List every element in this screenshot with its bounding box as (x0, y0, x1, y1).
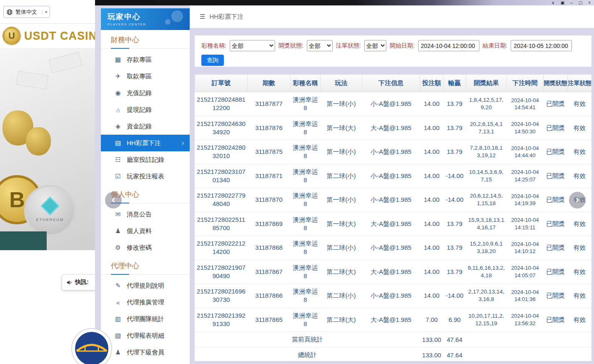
query-button[interactable]: 查詢 (201, 55, 224, 66)
sidebar-item[interactable]: ✈取款專區 (101, 68, 190, 85)
cell-lottery: 澳洲幸运8 (291, 236, 321, 260)
start-date-input[interactable] (418, 40, 479, 51)
sidebar-item[interactable]: ⌂提現記錄 (101, 101, 190, 118)
cell-play: 第二球(大) (321, 308, 362, 332)
menu-toggle-icon[interactable]: ☰ (200, 13, 205, 20)
grand-total-bet: 133.00 (420, 347, 444, 361)
bet-row: 215217280219079049031187867澳洲幸运8第二球(大)大-… (195, 260, 592, 284)
column-header: 彩種名稱 (291, 75, 321, 92)
cell-bet_status: 有效 (568, 260, 592, 284)
bet-row: 215217280231070134031187871澳洲幸运8第二球(小)小-… (195, 164, 592, 188)
sidebar-item-label: 消息公告 (127, 211, 152, 218)
ethereum-coin-icon: ETHEREUM (24, 185, 76, 236)
sidebar-item[interactable]: ✉消息公告 (101, 206, 190, 223)
cell-bet_status: 有效 (568, 308, 592, 332)
column-header: 開獎狀態 (544, 75, 568, 92)
sidebar-subtitle: PLAYERS CENTER (108, 23, 190, 26)
grand-total-row: 總統計 133.00 47.64 (195, 347, 592, 361)
cell-bet_status: 有效 (568, 164, 592, 188)
end-date-input[interactable] (511, 40, 572, 51)
cell-result: 10,20,17,11,2,12,15,19 (466, 308, 507, 332)
sidebar-item[interactable]: ⚙修改密碼 (101, 239, 190, 256)
bet-row: 215217280222121420031187868澳洲幸运8第二球(小)小-… (195, 236, 592, 260)
sidebar-item-label: 存款專區 (127, 56, 152, 64)
cell-order: 2152172802190790490 (195, 260, 248, 284)
language-label: 繁体中文 (15, 8, 37, 16)
sidebar-item[interactable]: ◉充值記錄 (101, 85, 190, 101)
cell-order: 2152172802221214200 (195, 236, 248, 260)
cell-bet_status: 有效 (568, 236, 592, 260)
cell-result: 10,14,5,3,6,9,7,15 (466, 164, 507, 188)
cell-draw_status: 已開獎 (544, 188, 568, 212)
cell-play: 第二球(小) (321, 164, 362, 188)
sidebar-item[interactable]: ▥代理團隊統計 (101, 311, 190, 327)
cell-bet: 14.00 (420, 188, 444, 212)
cell-bet: 7.00 (420, 308, 444, 332)
cell-lottery: 澳洲幸运8 (291, 92, 321, 116)
screen: 繁体中文 ▾ U USDT CASINO B ETHEREUM 快訊: ∨ ▣ … (0, 0, 594, 364)
sidebar-section-title: 財務中心 (101, 36, 190, 49)
deposit-icon: ▦ (114, 56, 122, 63)
cell-time: 2024-10-04 14:15:11 (507, 212, 544, 236)
start-date-label: 開始日期: (390, 42, 415, 50)
table-header-row: 訂單號期數彩種名稱玩法下注信息投注額輸贏開獎結果下注時間開獎狀態注單狀態 (195, 75, 592, 92)
end-date-label: 結束日期: (483, 42, 508, 50)
page-title: HH彩票下注 (209, 13, 243, 21)
cell-bet_status: 有效 (568, 116, 592, 140)
language-selector[interactable]: 繁体中文 ▾ (3, 6, 50, 18)
cell-bet: 14.00 (420, 212, 444, 236)
sidebar-item[interactable]: ◈資金記錄 (101, 118, 190, 135)
sidebar-item-label: 代理推廣管理 (127, 299, 164, 306)
cell-period: 31187876 (248, 116, 291, 140)
cell-lottery: 澳洲幸运8 (291, 284, 321, 308)
page-total-bet: 133.00 (420, 332, 444, 347)
password-icon: ⚙ (114, 244, 122, 251)
team-logo (71, 328, 113, 364)
bet-status-select[interactable]: 全部 (364, 40, 386, 51)
sidebar-item[interactable]: ▧代理報表明細 (101, 327, 190, 344)
sidebar-item[interactable]: ▤HH彩票下注› (101, 135, 190, 151)
cell-result: 2,17,20,13,14,3,16,8 (466, 284, 507, 308)
carousel-prev-button[interactable]: ‹ (105, 192, 122, 208)
agent-report-icon: ▧ (114, 332, 122, 339)
sidebar-item-label: 個人資料 (127, 227, 152, 235)
sidebar-item[interactable]: ♟個人資料 (101, 223, 190, 239)
lottery-name-select[interactable]: 全部 (230, 40, 275, 51)
sidebar-title: 玩家中心 (108, 12, 190, 22)
minimize-button[interactable]: – (570, 0, 573, 5)
agent-rules-icon: ✎ (114, 282, 122, 289)
cell-result: 15,9,3,18,13,14,16,17 (466, 212, 507, 236)
cell-time: 2024-10-04 14:01:36 (507, 284, 544, 308)
chevron-down-icon[interactable]: ∨ (551, 0, 554, 5)
sidebar-item[interactable]: ♟代理下級會員 (101, 344, 190, 361)
cell-lottery: 澳洲幸运8 (291, 308, 321, 332)
cell-draw_status: 已開獎 (544, 260, 568, 284)
cell-play: 第二球(大) (321, 260, 362, 284)
cell-lottery: 澳洲幸运8 (291, 212, 321, 236)
carousel-next-button[interactable]: › (569, 192, 586, 208)
announcement-icon: ✉ (114, 211, 122, 218)
sidebar-item[interactable]: ☑玩家投注報表 (101, 168, 190, 185)
bet-row: 215217280227794804031187870澳洲幸运8第一球(小)小-… (195, 188, 592, 212)
cell-play: 第一球(大) (321, 212, 362, 236)
cell-bet: 14.00 (420, 140, 444, 164)
panel-icon[interactable]: ▣ (561, 0, 564, 5)
draw-status-select[interactable]: 全部 (307, 40, 333, 51)
maximize-button[interactable]: ▢ (579, 0, 582, 5)
cell-draw_status: 已開獎 (544, 308, 568, 332)
cell-time: 2024-10-04 14:54:41 (507, 92, 544, 116)
sidebar-item[interactable]: «代理推廣管理 (101, 294, 190, 311)
grand-total-label: 總統計 (195, 347, 420, 361)
sidebar-item[interactable]: ✎代理規則說明 (101, 277, 190, 294)
cell-order: 2152172802139291330 (195, 308, 248, 332)
bets-table: 訂單號期數彩種名稱玩法下注信息投注額輸贏開獎結果下注時間開獎狀態注單狀態 215… (195, 74, 591, 361)
sidebar-item[interactable]: ☷廳室投註記錄 (101, 151, 190, 168)
cell-draw_status: 已開獎 (544, 116, 568, 140)
sidebar-item[interactable]: ▦存款專區 (101, 51, 190, 68)
close-button[interactable]: × (588, 0, 591, 5)
cell-win: -14.00 (444, 188, 466, 212)
filter-actions: 查詢 (201, 55, 591, 66)
draw-status-label: 開獎狀態: (278, 42, 303, 50)
column-header: 下注時間 (507, 75, 544, 92)
cell-win: 13.79 (444, 140, 466, 164)
